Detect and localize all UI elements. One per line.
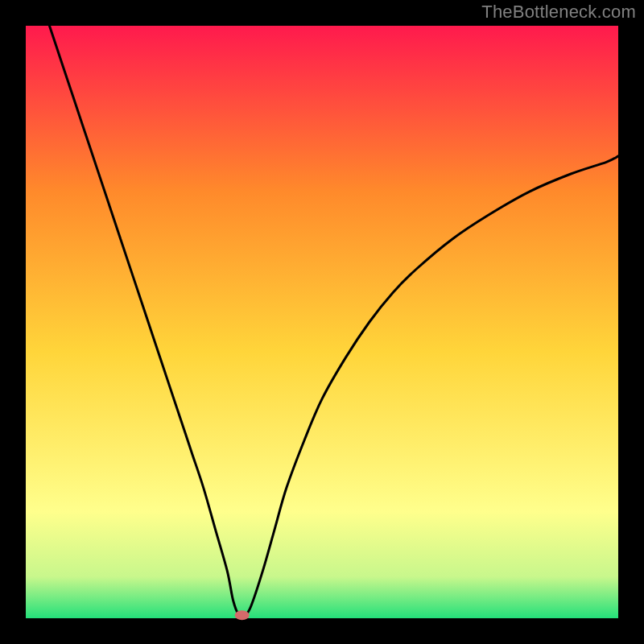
bottleneck-chart (0, 0, 644, 644)
plot-area (26, 26, 618, 618)
min-point-marker (235, 610, 250, 620)
chart-wrapper: TheBottleneck.com (0, 0, 644, 644)
watermark-text: TheBottleneck.com (481, 2, 636, 23)
